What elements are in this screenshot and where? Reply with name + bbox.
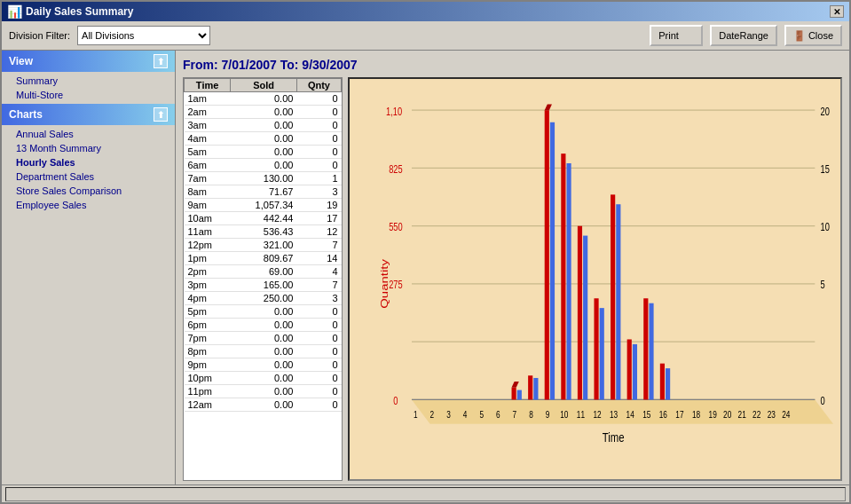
cell-qty: 7	[296, 239, 341, 252]
svg-text:0: 0	[821, 395, 825, 407]
svg-text:12: 12	[593, 409, 601, 420]
cell-time: 1am	[185, 92, 231, 106]
window-close-button[interactable]: ✕	[830, 5, 844, 18]
svg-rect-35	[633, 344, 637, 400]
chart-svg: Quantity 20 15 10 5 0 1,10 825 550 275 0	[357, 86, 833, 472]
svg-text:10: 10	[560, 409, 568, 420]
division-filter-select[interactable]: All Divisions	[77, 26, 210, 45]
toolbar: Division Filter: All Divisions Print Dat…	[2, 21, 849, 51]
svg-rect-31	[600, 308, 604, 399]
sidebar-item-department-sales[interactable]: Department Sales	[2, 169, 175, 184]
cell-time: 10am	[185, 212, 231, 225]
table-row: 8am71.673	[185, 185, 342, 199]
svg-rect-30	[594, 298, 598, 399]
cell-time: 8am	[185, 185, 231, 199]
table-row: 10pm0.000	[185, 372, 342, 385]
cell-qty: 0	[296, 159, 341, 172]
cell-qty: 17	[296, 212, 341, 225]
cell-sold: 0.00	[231, 106, 297, 119]
table-row: 12am0.000	[185, 398, 342, 412]
svg-text:825: 825	[389, 163, 403, 176]
cell-qty: 19	[296, 199, 341, 212]
sidebar-item-employee-sales[interactable]: Employee Sales	[2, 198, 175, 212]
table-row: 2pm69.004	[185, 265, 342, 279]
table-row: 7pm0.000	[185, 332, 342, 345]
cell-sold: 0.00	[231, 332, 297, 345]
svg-rect-38	[660, 364, 665, 400]
cell-qty: 0	[296, 372, 341, 385]
cell-sold: 0.00	[231, 92, 297, 106]
cell-sold: 0.00	[231, 305, 297, 319]
sidebar-item-hourly-sales[interactable]: Hourly Sales	[2, 155, 175, 169]
cell-sold: 0.00	[231, 319, 297, 332]
svg-text:17: 17	[675, 409, 683, 420]
svg-text:16: 16	[659, 409, 667, 420]
sales-table: Time Sold Qnty 1am0.0002am0.0003am0.0004…	[184, 78, 342, 412]
print-button[interactable]: Print	[650, 25, 703, 46]
cell-time: 9pm	[185, 358, 231, 372]
close-button[interactable]: 🚪 Close	[784, 25, 842, 46]
svg-rect-22	[528, 375, 532, 399]
sidebar-item-13month[interactable]: 13 Month Summary	[2, 141, 175, 155]
cell-time: 4pm	[185, 292, 231, 305]
status-panel	[5, 487, 846, 501]
title-bar: 📊 Daily Sales Summary ✕	[2, 2, 849, 21]
cell-qty: 3	[296, 292, 341, 305]
date-range-label: From: 7/01/2007 To: 9/30/2007	[183, 54, 842, 77]
view-items: Summary Multi-Store	[2, 72, 175, 104]
cell-sold: 1,057.34	[231, 199, 297, 212]
status-bar	[2, 484, 849, 502]
svg-rect-23	[533, 378, 538, 399]
sidebar-item-multistore[interactable]: Multi-Store	[2, 88, 175, 102]
window-title: Daily Sales Summary	[26, 5, 133, 18]
svg-rect-27	[566, 163, 571, 399]
cell-time: 10pm	[185, 372, 231, 385]
division-filter-label: Division Filter:	[9, 30, 70, 41]
cell-qty: 14	[296, 252, 341, 265]
cell-qty: 1	[296, 172, 341, 185]
svg-rect-29	[583, 236, 587, 400]
svg-rect-20	[512, 388, 516, 400]
daterange-button[interactable]: DateRange	[710, 25, 777, 46]
svg-text:5: 5	[821, 279, 825, 291]
cell-sold: 250.00	[231, 292, 297, 305]
sidebar-item-annual-sales[interactable]: Annual Sales	[2, 127, 175, 141]
cell-sold: 442.44	[231, 212, 297, 225]
cell-time: 11am	[185, 225, 231, 239]
cell-qty: 0	[296, 319, 341, 332]
sidebar-item-store-comparison[interactable]: Store Sales Comparison	[2, 184, 175, 198]
svg-text:20: 20	[723, 409, 731, 420]
table-row: 6am0.000	[185, 159, 342, 172]
svg-text:1: 1	[414, 409, 418, 420]
table-row: 9am1,057.3419	[185, 199, 342, 212]
cell-sold: 0.00	[231, 398, 297, 412]
sidebar-item-summary[interactable]: Summary	[2, 74, 175, 88]
svg-text:20: 20	[821, 105, 830, 117]
view-section-label: View	[9, 55, 33, 67]
svg-rect-25	[550, 122, 555, 400]
svg-text:550: 550	[389, 221, 403, 233]
cell-time: 4am	[185, 132, 231, 146]
cell-time: 12pm	[185, 239, 231, 252]
svg-text:11: 11	[577, 409, 585, 420]
cell-sold: 536.43	[231, 225, 297, 239]
cell-time: 11pm	[185, 385, 231, 398]
cell-sold: 0.00	[231, 159, 297, 172]
cell-sold: 69.00	[231, 265, 297, 279]
view-collapse-button[interactable]: ⬆	[154, 54, 168, 68]
col-sold: Sold	[231, 79, 297, 92]
table-row: 12pm321.007	[185, 239, 342, 252]
table-row: 1pm809.6714	[185, 252, 342, 265]
cell-sold: 0.00	[231, 372, 297, 385]
app-icon: 📊	[7, 4, 22, 19]
cell-time: 3am	[185, 119, 231, 132]
cell-sold: 71.67	[231, 185, 297, 199]
svg-text:7: 7	[513, 409, 517, 420]
svg-text:22: 22	[753, 409, 760, 420]
svg-text:8: 8	[529, 409, 533, 420]
svg-text:18: 18	[692, 409, 700, 420]
svg-text:15: 15	[642, 409, 650, 420]
svg-rect-39	[666, 368, 670, 399]
charts-collapse-button[interactable]: ⬆	[154, 107, 168, 122]
svg-text:0: 0	[393, 395, 398, 407]
